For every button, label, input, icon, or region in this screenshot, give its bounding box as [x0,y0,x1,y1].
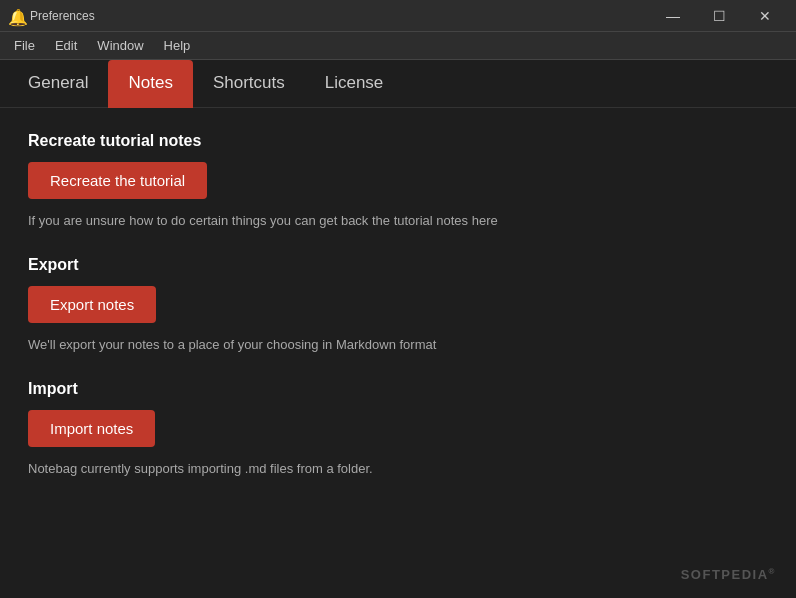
tab-notes[interactable]: Notes [108,60,192,108]
title-bar-controls: — ☐ ✕ [650,0,788,32]
section-recreate-desc: If you are unsure how to do certain thin… [28,213,768,228]
menu-file[interactable]: File [4,34,45,57]
menu-bar: File Edit Window Help [0,32,796,60]
close-button[interactable]: ✕ [742,0,788,32]
maximize-button[interactable]: ☐ [696,0,742,32]
section-import-desc: Notebag currently supports importing .md… [28,461,768,476]
minimize-button[interactable]: — [650,0,696,32]
recreate-tutorial-button[interactable]: Recreate the tutorial [28,162,207,199]
tab-bar: General Notes Shortcuts License [0,60,796,108]
menu-edit[interactable]: Edit [45,34,87,57]
section-export-desc: We'll export your notes to a place of yo… [28,337,768,352]
title-bar: 🔔 Preferences — ☐ ✕ [0,0,796,32]
softpedia-watermark: SOFTPEDIA® [681,567,776,582]
tab-license[interactable]: License [305,60,404,108]
section-recreate-title: Recreate tutorial notes [28,132,768,150]
section-export-title: Export [28,256,768,274]
import-notes-button[interactable]: Import notes [28,410,155,447]
tab-shortcuts[interactable]: Shortcuts [193,60,305,108]
menu-help[interactable]: Help [154,34,201,57]
menu-window[interactable]: Window [87,34,153,57]
export-notes-button[interactable]: Export notes [28,286,156,323]
tab-general[interactable]: General [8,60,108,108]
app-icon: 🔔 [8,8,24,24]
section-export: Export Export notes We'll export your no… [28,256,768,352]
content-area: Recreate tutorial notes Recreate the tut… [0,108,796,598]
section-import-title: Import [28,380,768,398]
section-recreate: Recreate tutorial notes Recreate the tut… [28,132,768,228]
title-bar-text: Preferences [30,9,650,23]
section-import: Import Import notes Notebag currently su… [28,380,768,476]
